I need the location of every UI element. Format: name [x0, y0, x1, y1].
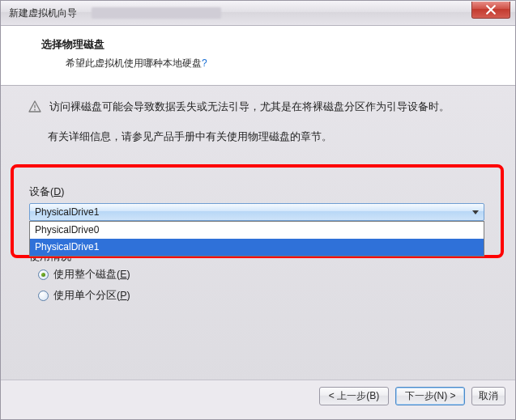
device-dropdown-value: PhysicalDrive1 [35, 206, 472, 218]
next-button[interactable]: 下一步(N) > [395, 387, 465, 405]
warning-row: 访问裸磁盘可能会导致数据丢失或无法引导，尤其是在将裸磁盘分区作为引导设备时。 [28, 99, 493, 119]
device-option-1[interactable]: PhysicalDrive1 [30, 239, 484, 256]
page-title: 选择物理磁盘 [41, 37, 496, 52]
back-button[interactable]: < 上一步(B) [319, 387, 389, 405]
usage-entire-label: 使用整个磁盘(E) [53, 268, 130, 282]
wizard-window: 新建虚拟机向导 选择物理磁盘 希望此虚拟机使用哪种本地硬盘? 访问裸磁盘可能会导… [0, 0, 516, 420]
warning-icon [28, 100, 41, 119]
chevron-down-icon [472, 209, 479, 215]
wizard-body: 访问裸磁盘可能会导致数据丢失或无法引导，尤其是在将裸磁盘分区作为引导设备时。 有… [11, 89, 509, 387]
usage-partition-row[interactable]: 使用单个分区(P) [38, 289, 130, 303]
help-question-mark: ? [202, 57, 207, 69]
wizard-header: 选择物理磁盘 希望此虚拟机使用哪种本地硬盘? [1, 26, 515, 86]
close-icon [486, 5, 496, 15]
window-title: 新建虚拟机向导 [9, 6, 77, 20]
device-option-0[interactable]: PhysicalDrive0 [30, 222, 484, 239]
svg-point-1 [34, 109, 36, 111]
wizard-footer: < 上一步(B) 下一步(N) > 取消 [1, 380, 515, 419]
device-dropdown-list: PhysicalDrive0 PhysicalDrive1 [29, 221, 484, 257]
close-button[interactable] [471, 2, 510, 19]
titlebar[interactable]: 新建虚拟机向导 [1, 1, 515, 26]
usage-partition-label: 使用单个分区(P) [53, 289, 130, 303]
radio-single-partition[interactable] [38, 291, 49, 301]
info-text: 有关详细信息，请参见产品手册中有关使用物理磁盘的章节。 [48, 130, 493, 144]
usage-entire-row[interactable]: 使用整个磁盘(E) [38, 268, 130, 282]
device-label: 设备(D) [29, 185, 64, 199]
radio-entire-disk[interactable] [38, 269, 49, 280]
device-dropdown[interactable]: PhysicalDrive1 [29, 203, 484, 221]
page-subtitle: 希望此虚拟机使用哪种本地硬盘? [66, 57, 496, 70]
warning-text: 访问裸磁盘可能会导致数据丢失或无法引导，尤其是在将裸磁盘分区作为引导设备时。 [49, 99, 493, 116]
titlebar-blur-region [92, 7, 221, 19]
cancel-button[interactable]: 取消 [471, 387, 505, 405]
